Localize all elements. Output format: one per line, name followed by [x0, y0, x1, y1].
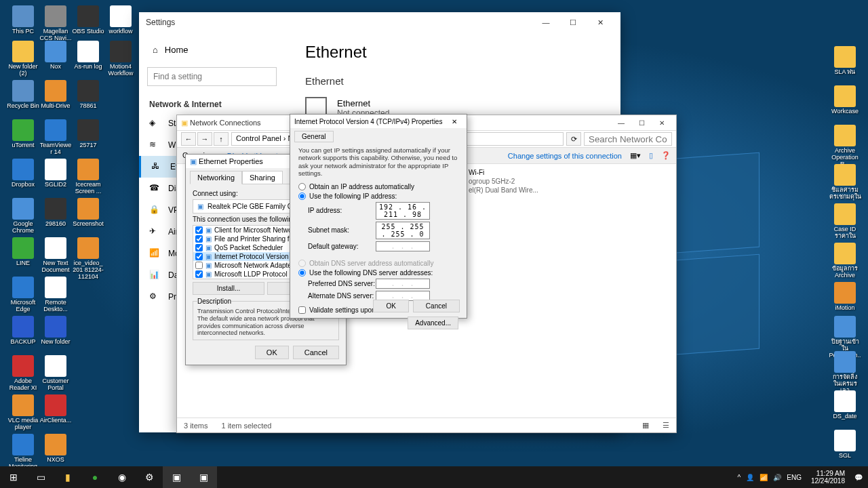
start-button[interactable]: ⊞	[0, 466, 27, 488]
desktop-icon[interactable]: Customer Portal	[39, 355, 72, 392]
desktop-icon[interactable]: 25717	[72, 119, 104, 149]
radio-static-ip[interactable]: Use the following IP address:	[298, 192, 458, 200]
radio-auto-ip-input[interactable]	[298, 183, 306, 190]
control-panel-taskbar-icon[interactable]: ▣	[163, 466, 190, 488]
protocol-checkbox[interactable]	[195, 262, 203, 269]
explorer-icon[interactable]: ▮	[54, 466, 81, 488]
toolbar-settings[interactable]: Change settings of this connection	[508, 152, 622, 160]
subnet-mask-input[interactable]: 255 . 255 . 255 . 0	[376, 222, 430, 239]
desktop-icon[interactable]: DS_date	[829, 390, 861, 420]
refresh-button[interactable]: ⟳	[566, 132, 581, 146]
desktop-icon[interactable]: 78861	[72, 80, 104, 110]
gateway-input[interactable]: . . .	[376, 241, 430, 251]
task-view-button[interactable]: ▭	[27, 466, 54, 488]
desktop-icon[interactable]: iMotion	[829, 282, 861, 312]
desktop-icon[interactable]: ชิแลศารม ตรเชกมดุใน	[829, 164, 861, 201]
desktop-icon[interactable]: Magellan CCS Navi...	[39, 5, 72, 42]
desktop-icon[interactable]: Archive Operation R...	[829, 125, 861, 168]
protocol-checkbox[interactable]	[195, 270, 203, 278]
minimize-button[interactable]: —	[611, 119, 631, 127]
desktop-icon[interactable]: Nox	[39, 41, 72, 70]
minimize-button[interactable]: —	[532, 12, 559, 33]
desktop-icon[interactable]: This PC	[7, 5, 39, 35]
maximize-button[interactable]: ☐	[559, 12, 587, 33]
desktop-icon[interactable]: uTorrent	[7, 119, 39, 149]
desktop-icon[interactable]: workflow	[104, 5, 137, 35]
tab-networking[interactable]: Networking	[190, 171, 242, 184]
desktop-icon[interactable]: ice_video_201 81224-112104	[72, 237, 104, 281]
view-large-icon[interactable]: ▦	[642, 421, 649, 430]
back-button[interactable]: ←	[181, 132, 196, 146]
cancel-button[interactable]: Cancel	[293, 346, 339, 359]
ip-address-input[interactable]: 192 . 16 . 211 . 98	[376, 202, 430, 220]
system-tray[interactable]: ^ 👤 📶 🔊 ENG 11:29 AM 12/24/2018 💬	[732, 470, 868, 485]
desktop-icon[interactable]: Dropbox	[7, 159, 39, 188]
wifi-item[interactable]: Wi-Fi ogroup 5GHz-2 el(R) Dual Band Wire…	[469, 168, 538, 195]
utorrent-icon[interactable]: ●	[81, 466, 108, 488]
view-details-icon[interactable]: ☰	[663, 421, 669, 430]
eth-name[interactable]: Ethernet	[337, 98, 389, 108]
desktop-icon[interactable]: AirClienta...	[39, 394, 72, 424]
pane-icon[interactable]: ▯	[649, 151, 653, 160]
radio-static-dns[interactable]: Use the following DNS server addresses:	[298, 269, 458, 277]
install-button[interactable]: Install...	[193, 282, 264, 295]
tab-general[interactable]: General	[294, 131, 334, 142]
desktop-icon[interactable]: SLA ฟน	[829, 46, 861, 76]
view-icon[interactable]: ▦▾	[630, 151, 641, 160]
desktop-icon[interactable]: SGL	[829, 430, 861, 460]
up-button[interactable]: ↑	[214, 132, 229, 146]
notification-icon[interactable]: 💬	[854, 474, 863, 481]
desktop-icon[interactable]: SGLID2	[39, 159, 72, 188]
volume-icon[interactable]: 🔊	[773, 474, 781, 481]
protocol-checkbox[interactable]	[195, 253, 203, 260]
close-button[interactable]: ✕	[652, 119, 672, 127]
maximize-button[interactable]: ☐	[631, 119, 652, 127]
desktop-icon[interactable]: Multi-Drive	[39, 80, 72, 110]
desktop-icon[interactable]: ข้อมูลการ Archive	[829, 243, 861, 279]
protocol-checkbox[interactable]	[195, 226, 203, 234]
forward-button[interactable]: →	[197, 132, 212, 146]
desktop-icon[interactable]: Workcase	[829, 85, 861, 115]
desktop-icon[interactable]: TeamViewer 14	[39, 119, 72, 156]
desktop-icon[interactable]: OBS Studio	[72, 5, 104, 35]
validate-checkbox[interactable]	[298, 306, 306, 314]
netconn-taskbar-icon[interactable]: ▣	[190, 466, 217, 488]
desktop-icon[interactable]: New folder	[39, 316, 72, 346]
protocol-checkbox[interactable]	[195, 235, 203, 243]
desktop-icon[interactable]: Remote Deskto...	[39, 277, 72, 313]
desktop-icon[interactable]: Icecream Screen ...	[72, 159, 104, 195]
clock[interactable]: 11:29 AM 12/24/2018	[807, 470, 849, 485]
ok-button[interactable]: OK	[373, 300, 408, 312]
desktop-icon[interactable]: Adobe Reader XI	[7, 355, 39, 392]
advanced-button[interactable]: Advanced...	[408, 317, 458, 329]
tab-sharing[interactable]: Sharing	[242, 171, 283, 184]
radio-static-dns-input[interactable]	[298, 269, 306, 277]
lang-indicator[interactable]: ENG	[787, 474, 802, 481]
nav-home[interactable]: ⌂ Home	[139, 39, 285, 60]
netconn-search-input[interactable]	[584, 132, 672, 146]
close-button[interactable]: ✕	[446, 118, 462, 125]
close-button[interactable]: ✕	[587, 12, 614, 33]
desktop-icon[interactable]: As-run log	[72, 41, 104, 70]
desktop-icon[interactable]: Motion4 Workflow	[104, 41, 137, 77]
settings-titlebar[interactable]: Settings — ☐ ✕	[139, 12, 620, 33]
cancel-button[interactable]: Cancel	[413, 300, 460, 312]
ok-button[interactable]: OK	[255, 346, 289, 359]
desktop-icon[interactable]: New Text Document	[39, 237, 72, 274]
settings-search-input[interactable]	[147, 67, 277, 86]
people-icon[interactable]: 👤	[746, 474, 754, 481]
protocol-checkbox[interactable]	[195, 244, 203, 251]
desktop-icon[interactable]: Case ID ราคาใน	[829, 203, 861, 240]
desktop-icon[interactable]: Microsoft Edge	[7, 277, 39, 313]
desktop-icon[interactable]: Screenshot	[72, 198, 104, 228]
desktop-icon[interactable]: New folder (2)	[7, 41, 39, 77]
desktop-icon[interactable]: BACKUP	[7, 316, 39, 346]
desktop-icon[interactable]: LINE	[7, 237, 39, 267]
desktop-icon[interactable]: การจัดลิ่ง ในเครมรเลา	[829, 351, 861, 394]
tray-up-icon[interactable]: ^	[738, 474, 741, 481]
desktop-icon[interactable]: 298160	[39, 198, 72, 228]
desktop-icon[interactable]: Recycle Bin	[7, 80, 39, 110]
settings-taskbar-icon[interactable]: ⚙	[136, 466, 163, 488]
desktop-icon[interactable]: VLC media player	[7, 394, 39, 431]
wifi-tray-icon[interactable]: 📶	[760, 474, 768, 481]
